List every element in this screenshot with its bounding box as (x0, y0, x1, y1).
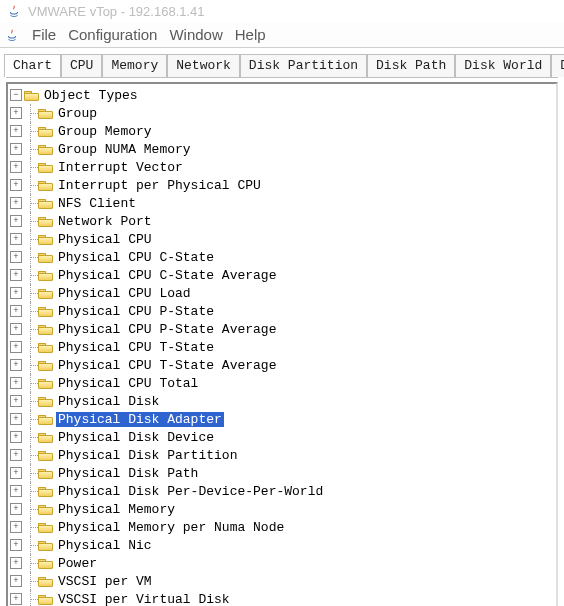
tree-item-label[interactable]: VSCSI per VM (56, 574, 154, 589)
tree-item-label[interactable]: Physical Disk (56, 394, 161, 409)
tree-root[interactable]: − Object Types (10, 86, 554, 104)
tree-item-label[interactable]: Group Memory (56, 124, 154, 139)
tree-item-label[interactable]: Physical CPU C-State Average (56, 268, 278, 283)
tree-item[interactable]: +Physical CPU C-State Average (10, 266, 554, 284)
expand-icon[interactable]: + (10, 305, 22, 317)
expand-icon[interactable]: + (10, 449, 22, 461)
tree-item[interactable]: +Physical Disk Per-Device-Per-World (10, 482, 554, 500)
tree-item[interactable]: +Group (10, 104, 554, 122)
tree-item[interactable]: +Physical CPU (10, 230, 554, 248)
tree-root-label[interactable]: Object Types (42, 88, 140, 103)
tree-item-label[interactable]: Group NUMA Memory (56, 142, 193, 157)
expand-icon[interactable]: + (10, 557, 22, 569)
tree-item[interactable]: +Physical Disk Path (10, 464, 554, 482)
tab-disk[interactable]: Disk (551, 54, 564, 77)
menu-file[interactable]: File (26, 24, 62, 45)
tree-item-label[interactable]: Network Port (56, 214, 154, 229)
expand-icon[interactable]: + (10, 485, 22, 497)
expand-icon[interactable]: + (10, 323, 22, 335)
tree-item-label[interactable]: Physical CPU T-State (56, 340, 216, 355)
tree-item[interactable]: +Physical CPU Total (10, 374, 554, 392)
tree-item[interactable]: +Physical CPU T-State (10, 338, 554, 356)
expand-icon[interactable]: + (10, 161, 22, 173)
tree-item-label[interactable]: Interrupt Vector (56, 160, 185, 175)
expand-icon[interactable]: + (10, 467, 22, 479)
tab-chart[interactable]: Chart (4, 54, 61, 77)
expand-icon[interactable]: + (10, 395, 22, 407)
expand-icon[interactable]: + (10, 215, 22, 227)
expand-icon[interactable]: + (10, 521, 22, 533)
tree-item[interactable]: +VSCSI per VM (10, 572, 554, 590)
collapse-icon[interactable]: − (10, 89, 22, 101)
tree-item-label[interactable]: Physical CPU T-State Average (56, 358, 278, 373)
tree-item-label[interactable]: Physical Disk Partition (56, 448, 239, 463)
expand-icon[interactable]: + (10, 107, 22, 119)
tree-item-label[interactable]: Physical CPU C-State (56, 250, 216, 265)
tree-item[interactable]: +Interrupt per Physical CPU (10, 176, 554, 194)
tree-item[interactable]: +Physical CPU P-State (10, 302, 554, 320)
tree-item[interactable]: +VSCSI per Virtual Disk (10, 590, 554, 606)
tree-item[interactable]: +Physical Disk Adapter (10, 410, 554, 428)
menu-help[interactable]: Help (229, 24, 272, 45)
tree-item[interactable]: +Physical CPU T-State Average (10, 356, 554, 374)
tree-item-label[interactable]: Physical Disk Device (56, 430, 216, 445)
expand-icon[interactable]: + (10, 593, 22, 605)
tree-item[interactable]: +Physical Memory per Numa Node (10, 518, 554, 536)
tab-disk-world[interactable]: Disk World (455, 54, 551, 77)
menu-window[interactable]: Window (163, 24, 228, 45)
expand-icon[interactable]: + (10, 575, 22, 587)
tree-item[interactable]: +Group NUMA Memory (10, 140, 554, 158)
tab-cpu[interactable]: CPU (61, 54, 102, 77)
menu-configuration[interactable]: Configuration (62, 24, 163, 45)
tree-item-label[interactable]: Power (56, 556, 99, 571)
expand-icon[interactable]: + (10, 251, 22, 263)
expand-icon[interactable]: + (10, 359, 22, 371)
tree-item[interactable]: +Physical Nic (10, 536, 554, 554)
tree-item-label[interactable]: Physical CPU P-State Average (56, 322, 278, 337)
expand-icon[interactable]: + (10, 143, 22, 155)
tree-view[interactable]: − Object Types +Group+Group Memory+Group… (6, 82, 558, 606)
tree-item[interactable]: +Physical Memory (10, 500, 554, 518)
expand-icon[interactable]: + (10, 377, 22, 389)
tree-item[interactable]: +NFS Client (10, 194, 554, 212)
tree-item[interactable]: +Network Port (10, 212, 554, 230)
expand-icon[interactable]: + (10, 503, 22, 515)
expand-icon[interactable]: + (10, 269, 22, 281)
expand-icon[interactable]: + (10, 233, 22, 245)
tree-item[interactable]: +Interrupt Vector (10, 158, 554, 176)
expand-icon[interactable]: + (10, 179, 22, 191)
tab-disk-partition[interactable]: Disk Partition (240, 54, 367, 77)
tree-item-label[interactable]: Physical Disk Adapter (56, 412, 224, 427)
tree-item-label[interactable]: Physical Disk Path (56, 466, 200, 481)
tab-network[interactable]: Network (167, 54, 240, 77)
tree-item-label[interactable]: Physical Nic (56, 538, 154, 553)
tree-item[interactable]: +Physical CPU P-State Average (10, 320, 554, 338)
expand-icon[interactable]: + (10, 431, 22, 443)
tree-item-label[interactable]: Physical Disk Per-Device-Per-World (56, 484, 325, 499)
expand-icon[interactable]: + (10, 539, 22, 551)
tree-item[interactable]: +Physical CPU Load (10, 284, 554, 302)
tree-item-label[interactable]: Physical Memory (56, 502, 177, 517)
tree-item[interactable]: +Physical Disk Device (10, 428, 554, 446)
expand-icon[interactable]: + (10, 125, 22, 137)
tree-item-label[interactable]: Group (56, 106, 99, 121)
tree-item[interactable]: +Physical Disk (10, 392, 554, 410)
expand-icon[interactable]: + (10, 197, 22, 209)
tree-item[interactable]: +Physical Disk Partition (10, 446, 554, 464)
expand-icon[interactable]: + (10, 413, 22, 425)
tree-item[interactable]: +Power (10, 554, 554, 572)
tree-item[interactable]: +Physical CPU C-State (10, 248, 554, 266)
tree-item-label[interactable]: Physical CPU P-State (56, 304, 216, 319)
tree-item-label[interactable]: Physical CPU (56, 232, 154, 247)
tree-item-label[interactable]: Physical Memory per Numa Node (56, 520, 286, 535)
tree-item[interactable]: +Group Memory (10, 122, 554, 140)
expand-icon[interactable]: + (10, 341, 22, 353)
tab-disk-path[interactable]: Disk Path (367, 54, 455, 77)
tree-item-label[interactable]: Physical CPU Load (56, 286, 193, 301)
tree-item-label[interactable]: VSCSI per Virtual Disk (56, 592, 232, 607)
tab-memory[interactable]: Memory (102, 54, 167, 77)
tree-item-label[interactable]: Interrupt per Physical CPU (56, 178, 263, 193)
tree-item-label[interactable]: Physical CPU Total (56, 376, 200, 391)
tree-item-label[interactable]: NFS Client (56, 196, 138, 211)
expand-icon[interactable]: + (10, 287, 22, 299)
